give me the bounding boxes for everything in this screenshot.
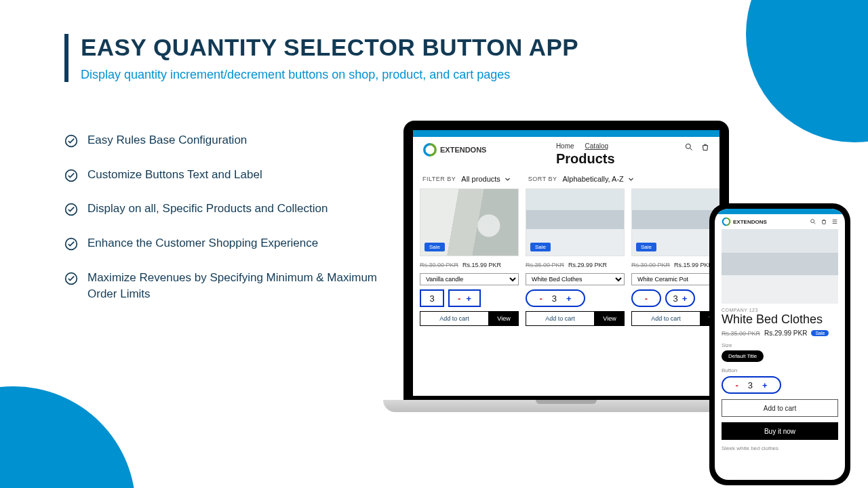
logo-icon: [422, 142, 437, 157]
sale-badge: Sale: [811, 330, 829, 336]
buy-now-button[interactable]: Buy it now: [722, 422, 838, 440]
price-current: Rs.15.99 PKR: [462, 262, 501, 268]
check-circle-icon: [64, 272, 78, 285]
chevron-down-icon: [628, 176, 634, 182]
feature-text: Maximize Revenues by Specifying Minimum …: [87, 270, 390, 303]
qty-plus[interactable]: +: [566, 293, 572, 304]
product-image[interactable]: Sale: [526, 188, 625, 256]
price-old: Rs.30.00 PKR: [420, 262, 458, 268]
product-card: Sale Rs.35.00 PKR Rs.29.99 PKR White Bed…: [526, 188, 625, 326]
price-old: Rs.35.00 PKR: [722, 330, 760, 337]
page-title: EASY QUANTITY SELECTOR BUTTON APP: [81, 34, 827, 61]
sale-badge: Sale: [530, 243, 551, 251]
size-label: Size: [722, 342, 838, 348]
svg-point-6: [811, 220, 814, 223]
price-current: Rs.29.99 PKR: [568, 262, 607, 268]
phone-mockup: EXTENDONS COMPANY 123 White Bed Clothes …: [709, 203, 850, 485]
qty-value: 3: [748, 380, 753, 390]
view-button[interactable]: View: [595, 311, 625, 326]
filter-value: All products: [461, 175, 500, 183]
qty-value: 3: [552, 293, 557, 304]
check-circle-icon: [64, 237, 78, 251]
feature-item: Maximize Revenues by Specifying Minimum …: [64, 270, 390, 303]
sort-label: SORT BY: [528, 176, 557, 182]
product-card: Sale Rs.30.00 PKR Rs.15.99 PKR White Cer…: [631, 188, 719, 326]
filter-by[interactable]: FILTER BY All products: [422, 175, 511, 183]
feature-text: Easy Rules Base Configuration: [87, 132, 247, 149]
quantity-stepper: - 3 +: [722, 376, 781, 394]
page-subtitle: Display quantity increment/decrement but…: [81, 68, 827, 82]
qty-value[interactable]: 3: [420, 289, 444, 307]
qty-value: 3: [673, 293, 678, 304]
button-section-label: Button: [722, 367, 838, 373]
add-to-cart-button[interactable]: Add to cart: [722, 399, 838, 417]
logo-icon: [722, 217, 731, 226]
sort-by[interactable]: SORT BY Alphabetically, A-Z: [528, 175, 634, 183]
nav-catalog[interactable]: Catalog: [585, 142, 608, 150]
add-to-cart-button[interactable]: Add to cart: [631, 311, 701, 326]
quantity-stepper: - 3 +: [631, 289, 719, 307]
brand-name: EXTENDONS: [733, 219, 767, 225]
size-option[interactable]: Default Title: [722, 350, 764, 362]
feature-text: Customize Buttons Text and Label: [87, 167, 262, 184]
feature-item: Easy Rules Base Configuration: [64, 132, 390, 149]
search-icon[interactable]: [684, 142, 694, 152]
menu-icon[interactable]: [831, 218, 838, 225]
qty-minus[interactable]: -: [458, 293, 460, 304]
sort-value: Alphabetically, A-Z: [563, 175, 624, 183]
price-old: Rs.35.00 PKR: [526, 262, 564, 268]
feature-item: Enhance the Customer Shopping Experience: [64, 235, 390, 252]
feature-item: Customize Buttons Text and Label: [64, 167, 390, 184]
check-circle-icon: [64, 134, 78, 148]
product-image[interactable]: Sale: [420, 188, 519, 256]
add-to-cart-button[interactable]: Add to cart: [420, 311, 489, 326]
variant-select[interactable]: White Bed Clothes: [526, 273, 625, 285]
check-circle-icon: [64, 169, 78, 182]
brand-logo[interactable]: EXTENDONS: [422, 142, 486, 157]
feature-text: Enhance the Customer Shopping Experience: [87, 235, 318, 252]
chevron-down-icon: [505, 176, 511, 182]
product-card: Sale Rs.30.00 PKR Rs.15.99 PKR Vanilla c…: [420, 188, 519, 326]
qty-minus[interactable]: -: [735, 380, 738, 390]
sale-badge: Sale: [425, 243, 445, 251]
bag-icon[interactable]: [821, 218, 827, 225]
brand-logo[interactable]: EXTENDONS: [722, 217, 767, 226]
catalog-title: Products: [556, 151, 615, 167]
product-image[interactable]: [722, 229, 838, 304]
nav-home[interactable]: Home: [556, 142, 574, 150]
decor-bottom-left: [0, 386, 136, 488]
vendor-name: COMPANY 123: [722, 308, 838, 312]
quantity-stepper: - 3 +: [526, 289, 625, 307]
product-title: White Bed Clothes: [722, 312, 838, 327]
laptop-base: [383, 400, 749, 412]
add-to-cart-button[interactable]: Add to cart: [526, 311, 595, 326]
feature-list: Easy Rules Base Configuration Customize …: [64, 132, 390, 321]
price-old: Rs.30.00 PKR: [631, 262, 670, 268]
svg-point-5: [686, 144, 690, 148]
qty-minus[interactable]: -: [539, 293, 542, 304]
check-circle-icon: [64, 203, 78, 216]
laptop-mockup: EXTENDONS Home Catalog Products FILTER B…: [403, 121, 729, 412]
window-top-bar: [413, 130, 719, 137]
brand-name: EXTENDONS: [440, 146, 486, 154]
quantity-stepper: 3 - +: [420, 289, 519, 307]
sale-badge: Sale: [636, 243, 656, 251]
product-description: Sleek white bed clothes: [722, 445, 838, 451]
view-button[interactable]: View: [489, 311, 519, 326]
product-image[interactable]: Sale: [631, 188, 719, 256]
search-icon[interactable]: [810, 218, 816, 225]
price-current: Rs.29.99 PKR: [764, 329, 807, 337]
qty-plus[interactable]: +: [762, 380, 768, 390]
filter-label: FILTER BY: [422, 176, 456, 182]
feature-text: Display on all, Specific Products and Co…: [87, 201, 328, 218]
price-current: Rs.15.99 PKR: [674, 262, 713, 268]
qty-plus[interactable]: +: [466, 293, 471, 304]
bag-icon[interactable]: [701, 142, 710, 152]
qty-minus[interactable]: -: [631, 289, 661, 307]
qty-plus[interactable]: +: [682, 293, 688, 304]
variant-select[interactable]: White Ceramic Pot: [631, 273, 719, 285]
feature-item: Display on all, Specific Products and Co…: [64, 201, 390, 218]
window-top-bar: [715, 209, 845, 214]
variant-select[interactable]: Vanilla candle: [420, 273, 519, 285]
